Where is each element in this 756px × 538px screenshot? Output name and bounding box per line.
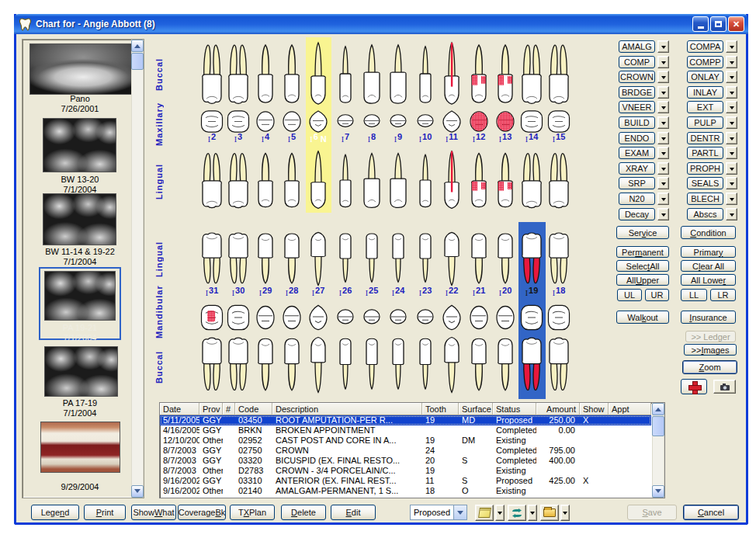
tooth-24-buccal-view[interactable] <box>385 335 411 394</box>
proc-decay-dropdown[interactable] <box>657 208 669 220</box>
tooth-2-lingual-view[interactable] <box>199 149 225 211</box>
all-upper-button[interactable]: All Upper <box>616 274 669 286</box>
sidebar-scrollbar-track[interactable] <box>131 40 144 498</box>
tooth-24-occlusal-view[interactable] <box>385 303 411 332</box>
tooth-9-number[interactable]: I9 <box>383 134 414 144</box>
tooth-20-buccal-view[interactable] <box>492 335 518 394</box>
tooth-5-buccal-view[interactable] <box>279 40 305 107</box>
proc-comp-dropdown[interactable] <box>657 56 669 68</box>
tooth-15-lingual-view[interactable] <box>546 149 572 211</box>
tooth-12-occlusal-view[interactable] <box>466 109 492 134</box>
proc-compa-button[interactable]: COMPA <box>687 40 723 53</box>
table-row[interactable]: 4/16/2005GGYBRKNBROKEN APPOINTMENTComple… <box>160 425 651 436</box>
close-button[interactable]: ✕ <box>728 16 744 32</box>
tooth-15-occlusal-view[interactable] <box>546 109 572 134</box>
tooth-14-number[interactable]: I14 <box>516 134 547 144</box>
tooth-4-occlusal-view[interactable] <box>252 109 279 134</box>
tooth-26-lingual-view[interactable] <box>332 230 359 287</box>
ul-button[interactable]: UL <box>617 289 642 301</box>
proc-srp-dropdown[interactable] <box>657 177 669 189</box>
save-button[interactable]: Save <box>627 505 677 520</box>
tooth-22-number[interactable]: I22 <box>436 288 467 297</box>
tooth-27-buccal-view[interactable] <box>305 335 331 394</box>
condition-button[interactable]: Condition <box>681 226 736 239</box>
tooth-27-number[interactable]: I27 <box>303 288 334 297</box>
proc-brdge-dropdown[interactable] <box>657 86 669 99</box>
proc-xray-button[interactable]: XRAY <box>619 162 655 175</box>
legend-button[interactable]: Legend <box>31 505 79 520</box>
tooth-7-lingual-view[interactable] <box>332 149 359 211</box>
tooth-18-lingual-view[interactable] <box>546 230 572 287</box>
proc-endo-button[interactable]: ENDO <box>619 132 655 144</box>
tooth-24-number[interactable]: I24 <box>383 288 414 297</box>
table-header-date[interactable]: Date <box>160 403 199 415</box>
tooth-23-lingual-view[interactable] <box>412 230 439 287</box>
tooth-22-buccal-view[interactable] <box>439 335 465 394</box>
proc-partl-dropdown[interactable] <box>726 147 737 159</box>
proc-vneer-button[interactable]: VNEER <box>619 101 655 113</box>
proc-exam-dropdown[interactable] <box>657 147 669 159</box>
tooth-19-lingual-view[interactable] <box>518 230 545 287</box>
proc-pulp-button[interactable]: PULP <box>687 116 723 129</box>
proc-decay-button[interactable]: Decay <box>619 208 655 220</box>
proc-comp-button[interactable]: COMP <box>619 56 655 68</box>
proc-inlay-button[interactable]: INLAY <box>687 86 723 99</box>
table-row[interactable]: 5/11/2005GGY03450ROOT AMPUTATION-PER R..… <box>160 415 651 425</box>
tooth-25-occlusal-view[interactable] <box>359 303 385 332</box>
proc-seals-dropdown[interactable] <box>726 177 737 189</box>
proc-proph-dropdown[interactable] <box>726 162 737 175</box>
title-bar[interactable]: Chart for - Angie Abbott (8) ✕ <box>14 14 748 34</box>
proc-inlay-dropdown[interactable] <box>726 86 737 99</box>
maximize-button[interactable] <box>710 16 727 32</box>
table-row[interactable]: 8/7/2003GGY03320BICUSPID (EX. FINAL REST… <box>160 456 651 466</box>
tooth-9-lingual-view[interactable] <box>385 149 411 211</box>
tooth-28-occlusal-view[interactable] <box>279 303 305 332</box>
tooth-24-lingual-view[interactable] <box>385 230 411 287</box>
tooth-4-lingual-view[interactable] <box>252 149 279 211</box>
table-scroll-down-button[interactable] <box>652 485 664 498</box>
proc-compp-dropdown[interactable] <box>726 56 737 68</box>
proc-exam-button[interactable]: EXAM <box>619 147 655 159</box>
tooth-22-lingual-view[interactable] <box>439 230 465 287</box>
table-header-tooth[interactable]: Tooth <box>422 403 459 415</box>
tooth-11-lingual-view[interactable] <box>439 149 465 211</box>
tooth-21-buccal-view[interactable] <box>466 335 492 394</box>
tooth-14-buccal-view[interactable] <box>518 40 545 107</box>
tooth-6-occlusal-view[interactable] <box>305 109 331 134</box>
proc-abscs-button[interactable]: Abscs <box>687 208 723 220</box>
sidebar-scrollbar-thumb[interactable] <box>131 53 144 70</box>
transfer-button[interactable] <box>508 505 526 521</box>
permanent-button[interactable]: Permanent <box>616 246 669 258</box>
tooth-13-buccal-view[interactable] <box>492 40 518 107</box>
tooth-2-occlusal-view[interactable] <box>199 109 225 134</box>
table-header-surface[interactable]: Surface <box>459 403 493 415</box>
tooth-29-buccal-view[interactable] <box>252 335 279 394</box>
select-all-button[interactable]: Select All <box>616 260 669 272</box>
table-header-code[interactable]: Code <box>235 403 272 415</box>
proc-amalg-dropdown[interactable] <box>657 40 669 53</box>
tooth-25-lingual-view[interactable] <box>359 230 385 287</box>
table-row[interactable]: 9/16/2002Other02140AMALGAM-PERMANENT, 1 … <box>160 486 651 496</box>
clear-all-button[interactable]: Clear All <box>681 260 736 272</box>
tooth-11-occlusal-view[interactable] <box>439 109 465 134</box>
proc-compp-button[interactable]: COMPP <box>687 56 723 68</box>
proc-dentr-button[interactable]: DENTR <box>687 132 723 144</box>
tooth-12-lingual-view[interactable] <box>466 149 492 211</box>
thumbnail-image[interactable] <box>44 346 118 397</box>
tooth-31-buccal-view[interactable] <box>199 335 225 394</box>
thumbnail-image[interactable] <box>40 422 120 473</box>
all-lower-button[interactable]: All Lower <box>681 274 736 286</box>
tooth-15-buccal-view[interactable] <box>546 40 572 107</box>
proc-ext-button[interactable]: EXT <box>687 101 723 113</box>
tooth-31-occlusal-view[interactable] <box>199 303 225 332</box>
tooth-18-number[interactable]: I18 <box>543 288 574 297</box>
thumbnail-image[interactable] <box>29 43 137 95</box>
status-filter-select[interactable]: Proposed <box>410 505 467 520</box>
service-button[interactable]: Service <box>616 226 669 239</box>
tooth-30-buccal-view[interactable] <box>225 335 251 394</box>
tooth-30-lingual-view[interactable] <box>225 230 251 287</box>
proc-n20-dropdown[interactable] <box>657 193 669 205</box>
medical-alert-button[interactable] <box>681 379 707 394</box>
table-row[interactable]: 9/16/2002GGY03310ANTERIOR (EX. FINAL RES… <box>160 476 651 486</box>
tooth-7-buccal-view[interactable] <box>332 40 359 107</box>
